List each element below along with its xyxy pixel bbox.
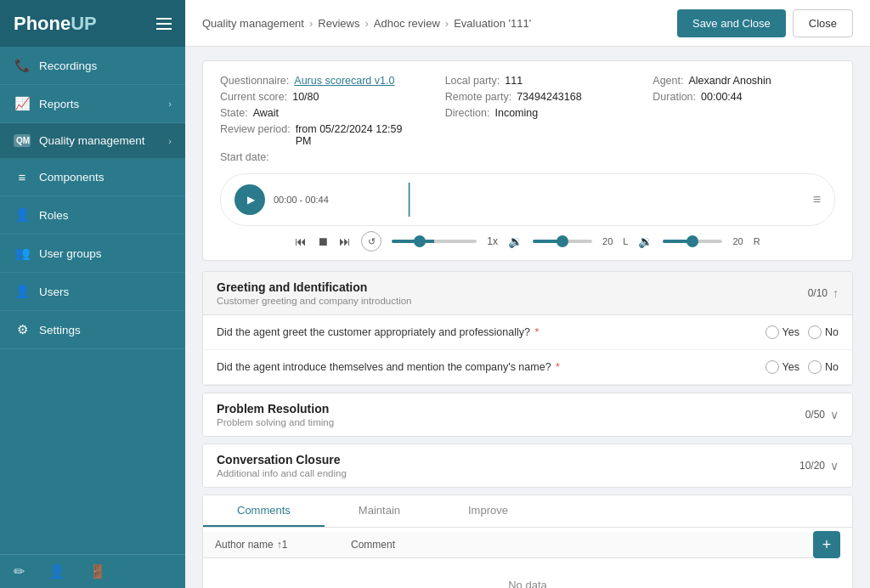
radio-no-2[interactable]: No [808,360,839,374]
info-card: Questionnaire: Aurus scorecard v1.0 Curr… [202,60,853,261]
tab-comments[interactable]: Comments [203,495,325,527]
play-button[interactable] [234,184,265,215]
info-col-3: Agent: Alexandr Anoshin Duration: 00:00:… [636,75,835,163]
questionnaire-label: Questionnaire: [220,75,289,87]
sidebar-item-reports[interactable]: 📈 Reports › [0,85,185,123]
local-party-value: 111 [505,75,523,87]
radio-no-1[interactable]: No [808,325,839,339]
section-pr-title: Problem Resolution [217,402,334,416]
collapse-icon: ↑ [833,286,839,300]
questionnaire-value[interactable]: Aurus scorecard v1.0 [294,75,394,87]
agent-label: Agent: [652,75,683,87]
question-text-1: Did the agent greet the customer appropr… [217,326,539,338]
chevron-icon: › [168,136,172,146]
section-cc-header[interactable]: Conversation Closure Additional info and… [203,444,852,487]
tab-maintain[interactable]: Maintain [325,495,434,527]
volume-right-slider[interactable] [663,240,722,243]
edit-icon[interactable]: ✏ [14,563,25,580]
waveform[interactable]: // Generate waveform bars const barData … [337,183,805,217]
remote-party-label: Remote party: [445,91,512,103]
state-label: State: [220,107,248,119]
breadcrumb-qm[interactable]: Quality management [202,17,304,30]
duration-label: Duration: [652,91,696,103]
sidebar-item-label: Roles [39,209,69,222]
content-area: Questionnaire: Aurus scorecard v1.0 Curr… [185,47,870,588]
breadcrumb-adhoc[interactable]: Adhoc review [374,17,440,30]
radio-yes-1[interactable]: Yes [765,325,799,339]
loop-button[interactable]: ↺ [361,231,381,252]
comments-section: Comments Maintain Improve Author name ↑1… [202,495,853,588]
vol-value-l: 20 [602,236,613,246]
logout-icon[interactable]: 🚪 [89,563,106,580]
qm-icon: QM [14,134,31,147]
sidebar-item-user-groups[interactable]: 👥 User groups [0,235,185,273]
local-party-label: Local party: [445,75,500,87]
section-cc-title: Conversation Closure [217,453,347,466]
question-row-1: Did the agent greet the customer appropr… [203,315,852,350]
sidebar-item-label: Quality management [39,134,145,147]
col-author[interactable]: Author name ↑1 [215,539,351,551]
start-date-label: Start date: [220,151,269,163]
vol-icon-r[interactable]: 🔉 [638,235,652,248]
sep3: › [445,17,449,30]
sidebar: PhoneUP 📞 Recordings 📈 Reports › QM Qual… [0,0,185,588]
close-button[interactable]: Close [793,9,853,37]
sep1: › [309,17,313,30]
vol-l-label: L [623,236,628,246]
audio-controls: ⏮ ⏹ ⏭ ↺ 1x 🔉 20 L 🔉 20 R [220,231,835,252]
radio-circle-no-1 [808,325,822,339]
duration-value: 00:00:44 [701,91,743,103]
review-period-value: from 05/22/2024 12:59 PM [296,123,420,147]
info-grid: Questionnaire: Aurus scorecard v1.0 Curr… [220,75,835,163]
info-col-2: Local party: 111 Remote party: 734942431… [428,75,628,163]
sidebar-item-recordings[interactable]: 📞 Recordings [0,47,185,85]
direction-value: Incoming [494,107,538,119]
tab-improve[interactable]: Improve [434,495,542,527]
sidebar-item-users[interactable]: 👤 Users [0,273,185,311]
sidebar-item-label: Users [39,286,69,298]
header: Quality management › Reviews › Adhoc rev… [185,0,870,47]
sidebar-item-quality-management[interactable]: QM Quality management › [0,123,185,159]
vol-r-label: R [754,236,760,246]
sidebar-item-settings[interactable]: ⚙ Settings [0,311,185,349]
radio-circle-yes-1 [765,325,779,339]
radio-circle-yes-2 [765,360,779,374]
question-text-2: Did the agent introduce themselves and m… [217,361,560,373]
stop-button[interactable]: ⏹ [317,235,329,248]
section-pr-subtitle: Problem solving and timing [217,417,334,427]
vol-icon-l[interactable]: 🔉 [508,235,523,248]
add-comment-button[interactable]: + [813,531,840,558]
fast-forward-button[interactable]: ⏭ [339,235,351,248]
sidebar-item-label: Reports [39,98,79,110]
section-cc-subtitle: Additional info and call ending [217,468,347,478]
radio-yes-2[interactable]: Yes [765,360,799,374]
rewind-button[interactable]: ⏮ [295,235,307,248]
progress-slider[interactable] [392,240,477,243]
volume-left-slider[interactable] [533,240,592,243]
section-greeting-header[interactable]: Greeting and Identification Customer gre… [203,272,852,315]
audio-menu-icon[interactable]: ≡ [813,192,821,207]
header-actions: Save and Close Close [677,9,853,37]
score-label: Current score: [220,91,287,103]
breadcrumb-reviews[interactable]: Reviews [318,17,359,30]
required-star: * [532,326,539,338]
profile-icon[interactable]: 👤 [48,563,65,580]
sidebar-item-label: Components [39,171,105,184]
sidebar-item-label: Recordings [39,59,97,72]
main-content: Quality management › Reviews › Adhoc rev… [185,0,870,588]
save-and-close-button[interactable]: Save and Close [677,9,786,37]
audio-player: 00:00 - 00:44 // Generate waveform bars … [220,173,835,226]
breadcrumb: Quality management › Reviews › Adhoc rev… [202,17,531,30]
sidebar-item-components[interactable]: ≡ Components [0,159,185,196]
hamburger-button[interactable] [156,18,172,30]
user-groups-icon: 👥 [14,246,31,261]
logo-text: PhoneUP [14,13,97,35]
sidebar-nav: 📞 Recordings 📈 Reports › QM Quality mana… [0,47,185,554]
expand-icon-pr: ∨ [830,408,839,421]
section-pr-header[interactable]: Problem Resolution Problem solving and t… [203,393,852,436]
sidebar-item-roles[interactable]: 👤 Roles [0,196,185,235]
direction-label: Direction: [445,107,490,119]
table-actions-row: Author name ↑1 Comment + [203,528,852,562]
sidebar-logo: PhoneUP [0,0,185,47]
state-value: Await [253,107,279,119]
